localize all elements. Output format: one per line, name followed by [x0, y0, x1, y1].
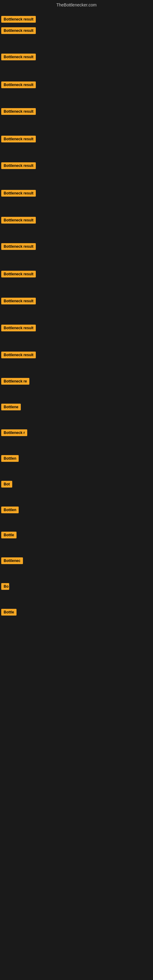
- bottleneck-result-row: Bottlen: [1, 506, 19, 514]
- bottleneck-result-row: Bottleneck result: [1, 27, 36, 35]
- bottleneck-result-row: Bot: [1, 481, 12, 489]
- bottleneck-badge[interactable]: Bottlene: [1, 404, 21, 410]
- bottleneck-badge[interactable]: Bottlenec: [1, 557, 23, 564]
- bottleneck-badge[interactable]: Bottleneck result: [1, 352, 36, 358]
- bottleneck-badge[interactable]: Bottleneck result: [1, 54, 36, 60]
- bottleneck-badge[interactable]: Bottleneck result: [1, 325, 36, 331]
- bottleneck-result-row: Bottlen: [1, 455, 19, 463]
- results-container: Bottleneck resultBottleneck resultBottle…: [0, 10, 153, 653]
- bottleneck-result-row: Bottle: [1, 609, 16, 617]
- bottleneck-badge[interactable]: Bottleneck result: [1, 217, 36, 224]
- bottleneck-badge[interactable]: Bo: [1, 583, 9, 590]
- bottleneck-result-row: Bottleneck result: [1, 16, 36, 24]
- bottleneck-badge[interactable]: Bottleneck result: [1, 243, 36, 250]
- bottleneck-result-row: Bottleneck result: [1, 325, 36, 332]
- bottleneck-result-row: Bottleneck result: [1, 81, 36, 89]
- bottleneck-badge[interactable]: Bottleneck result: [1, 108, 36, 115]
- bottleneck-result-row: Bottleneck re: [1, 378, 29, 386]
- bottleneck-badge[interactable]: Bottleneck result: [1, 162, 36, 169]
- site-title: TheBottlenecker.com: [0, 0, 153, 10]
- bottleneck-result-row: Bottleneck result: [1, 136, 36, 144]
- bottleneck-badge[interactable]: Bottleneck result: [1, 298, 36, 304]
- bottleneck-badge[interactable]: Bottleneck result: [1, 136, 36, 142]
- bottleneck-badge[interactable]: Bottlen: [1, 455, 19, 462]
- bottleneck-badge[interactable]: Bottleneck result: [1, 27, 36, 34]
- bottleneck-result-row: Bottleneck result: [1, 162, 36, 170]
- bottleneck-result-row: Bottlene: [1, 404, 21, 412]
- bottleneck-badge[interactable]: Bottle: [1, 531, 16, 538]
- bottleneck-result-row: Bottle: [1, 531, 16, 539]
- bottleneck-badge[interactable]: Bottleneck result: [1, 271, 36, 277]
- bottleneck-badge[interactable]: Bottle: [1, 609, 16, 616]
- bottleneck-result-row: Bottlenec: [1, 557, 23, 565]
- bottleneck-badge[interactable]: Bottleneck re: [1, 378, 29, 385]
- bottleneck-result-row: Bottleneck result: [1, 217, 36, 225]
- bottleneck-result-row: Bottleneck result: [1, 271, 36, 279]
- bottleneck-result-row: Bottleneck result: [1, 243, 36, 251]
- bottleneck-badge[interactable]: Bottlen: [1, 506, 19, 513]
- bottleneck-result-row: Bottleneck result: [1, 108, 36, 116]
- bottleneck-badge[interactable]: Bottleneck result: [1, 16, 36, 23]
- page-container: TheBottlenecker.com Bottleneck resultBot…: [0, 0, 153, 980]
- bottleneck-badge[interactable]: Bot: [1, 481, 12, 488]
- bottleneck-result-row: Bottleneck result: [1, 352, 36, 360]
- bottleneck-result-row: Bottleneck result: [1, 298, 36, 305]
- bottleneck-badge[interactable]: Bottleneck r: [1, 430, 27, 436]
- bottleneck-result-row: Bottleneck result: [1, 190, 36, 198]
- bottleneck-result-row: Bo: [1, 583, 9, 591]
- bottleneck-result-row: Bottleneck result: [1, 54, 36, 62]
- bottleneck-badge[interactable]: Bottleneck result: [1, 190, 36, 197]
- bottleneck-badge[interactable]: Bottleneck result: [1, 81, 36, 88]
- bottleneck-result-row: Bottleneck r: [1, 430, 27, 438]
